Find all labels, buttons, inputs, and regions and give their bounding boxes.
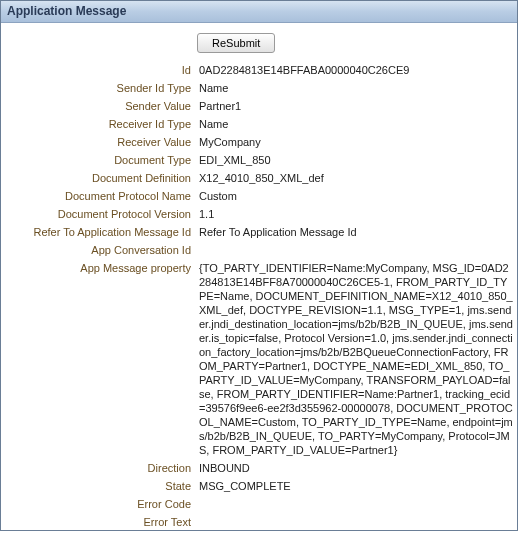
application-message-window: Application Message ReSubmit Id 0AD22848… — [0, 0, 518, 531]
label-state: State — [7, 479, 199, 493]
field-refer-to-app-msg-id: Refer To Application Message Id Refer To… — [7, 225, 517, 239]
field-receiver-value: Receiver Value MyCompany — [7, 135, 517, 149]
value-receiver-id-type: Name — [199, 117, 517, 131]
field-direction: Direction INBOUND — [7, 461, 517, 475]
value-document-protocol-name: Custom — [199, 189, 517, 203]
value-sender-id-type: Name — [199, 81, 517, 95]
field-document-protocol-version: Document Protocol Version 1.1 — [7, 207, 517, 221]
label-sender-id-type: Sender Id Type — [7, 81, 199, 95]
label-error-text: Error Text — [7, 515, 199, 529]
value-id: 0AD2284813E14BFFABA0000040C26CE9 — [199, 63, 517, 77]
label-refer-to-app-msg-id: Refer To Application Message Id — [7, 225, 199, 239]
field-document-definition: Document Definition X12_4010_850_XML_def — [7, 171, 517, 185]
label-document-protocol-version: Document Protocol Version — [7, 207, 199, 221]
label-receiver-id-type: Receiver Id Type — [7, 117, 199, 131]
label-id: Id — [7, 63, 199, 77]
content-scroll[interactable]: ReSubmit Id 0AD2284813E14BFFABA0000040C2… — [1, 23, 517, 530]
label-sender-value: Sender Value — [7, 99, 199, 113]
field-document-type: Document Type EDI_XML_850 — [7, 153, 517, 167]
label-error-code: Error Code — [7, 497, 199, 511]
label-document-protocol-name: Document Protocol Name — [7, 189, 199, 203]
value-document-protocol-version: 1.1 — [199, 207, 517, 221]
value-state: MSG_COMPLETE — [199, 479, 517, 493]
field-app-conversation-id: App Conversation Id — [7, 243, 517, 257]
field-sender-value: Sender Value Partner1 — [7, 99, 517, 113]
value-receiver-value: MyCompany — [199, 135, 517, 149]
value-document-definition: X12_4010_850_XML_def — [199, 171, 517, 185]
window-title: Application Message — [1, 1, 517, 23]
value-document-type: EDI_XML_850 — [199, 153, 517, 167]
label-direction: Direction — [7, 461, 199, 475]
field-error-code: Error Code — [7, 497, 517, 511]
field-state: State MSG_COMPLETE — [7, 479, 517, 493]
label-document-type: Document Type — [7, 153, 199, 167]
field-document-protocol-name: Document Protocol Name Custom — [7, 189, 517, 203]
label-app-conversation-id: App Conversation Id — [7, 243, 199, 257]
resubmit-button[interactable]: ReSubmit — [197, 33, 275, 53]
label-receiver-value: Receiver Value — [7, 135, 199, 149]
label-app-message-property: App Message property — [7, 261, 199, 275]
content-area: ReSubmit Id 0AD2284813E14BFFABA0000040C2… — [1, 23, 517, 530]
field-app-message-property: App Message property {TO_PARTY_IDENTIFIE… — [7, 261, 517, 457]
value-refer-to-app-msg-id: Refer To Application Message Id — [199, 225, 517, 239]
button-row: ReSubmit — [197, 33, 517, 53]
field-id: Id 0AD2284813E14BFFABA0000040C26CE9 — [7, 63, 517, 77]
field-receiver-id-type: Receiver Id Type Name — [7, 117, 517, 131]
label-document-definition: Document Definition — [7, 171, 199, 185]
value-app-message-property: {TO_PARTY_IDENTIFIER=Name:MyCompany, MSG… — [199, 261, 517, 457]
field-error-text: Error Text — [7, 515, 517, 529]
field-sender-id-type: Sender Id Type Name — [7, 81, 517, 95]
value-sender-value: Partner1 — [199, 99, 517, 113]
value-direction: INBOUND — [199, 461, 517, 475]
